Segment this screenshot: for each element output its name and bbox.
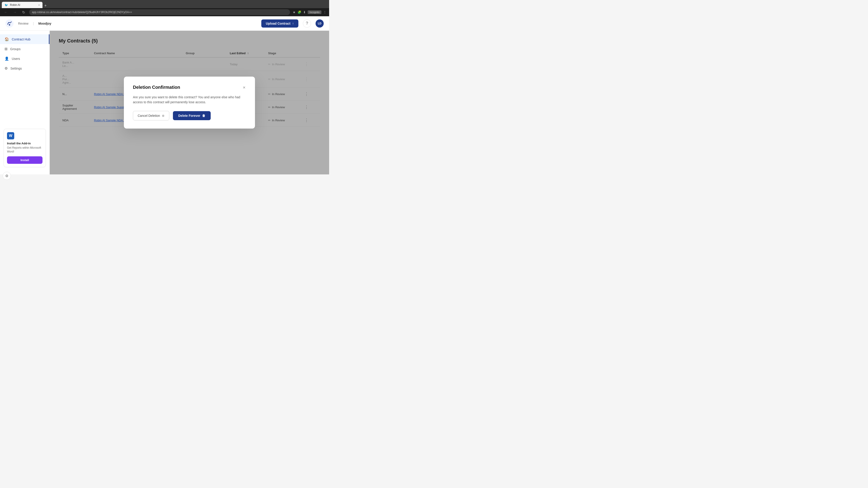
settings-widget-icon: ⚙ <box>5 174 8 178</box>
delete-forever-btn[interactable]: Delete Forever 🗑 <box>173 111 211 120</box>
cancel-deletion-label: Cancel Deletion <box>138 114 160 118</box>
sidebar-item-groups[interactable]: ⊞ Groups <box>0 44 50 54</box>
contract-hub-icon: 🏠 <box>4 37 9 41</box>
promo-title: Install the Add-in <box>7 142 42 145</box>
sidebar-item-contract-hub[interactable]: 🏠 Contract Hub <box>0 34 50 44</box>
word-logo: W <box>7 132 14 139</box>
bookmark-icon[interactable]: ★ <box>293 10 296 14</box>
main-content: My Contracts (5) Type Contract Name Grou… <box>50 31 329 174</box>
modal-body: Are you sure you want to delete this con… <box>133 95 246 105</box>
address-bar: ← → ↻ app.robinai.co.uk/review/contract-… <box>0 8 329 16</box>
avatar-initials: LD <box>318 22 321 25</box>
reload-btn[interactable]: ↻ <box>21 10 26 15</box>
active-tab[interactable]: 🐦 Robin AI × <box>2 2 42 8</box>
upload-label: Upload Contract <box>266 22 290 25</box>
users-icon: 👤 <box>4 57 9 61</box>
delete-forever-label: Delete Forever <box>178 114 200 118</box>
tab-close-btn[interactable]: × <box>38 4 40 6</box>
help-btn[interactable]: ? <box>303 20 311 28</box>
avatar-btn[interactable]: LD <box>315 20 324 28</box>
word-addin-promo: W Install the Add-in Get Reports within … <box>4 129 46 167</box>
modal-overlay[interactable]: Deletion Confirmation × Are you sure you… <box>50 31 329 174</box>
help-icon: ? <box>306 21 308 26</box>
incognito-badge: Incognito <box>308 10 321 14</box>
app-logo[interactable] <box>5 20 13 28</box>
upload-icon: ↑ <box>292 22 294 25</box>
install-addin-btn[interactable]: Install <box>7 156 42 164</box>
cancel-deletion-btn[interactable]: Cancel Deletion ⊗ <box>133 111 169 121</box>
modal-title: Deletion Confirmation <box>133 85 180 90</box>
sidebar-label-settings: Settings <box>10 67 22 70</box>
sidebar: 🏠 Contract Hub ⊞ Groups 👤 Users ⚙ Settin… <box>0 31 50 174</box>
svg-point-1 <box>9 24 10 26</box>
trash-icon: 🗑 <box>202 114 205 118</box>
deletion-confirmation-modal: Deletion Confirmation × Are you sure you… <box>124 76 255 129</box>
svg-point-0 <box>5 20 13 28</box>
modal-close-btn[interactable]: × <box>242 85 246 90</box>
modal-header: Deletion Confirmation × <box>133 85 246 90</box>
tab-bar: 🐦 Robin AI × + <box>0 0 329 8</box>
more-options-icon[interactable]: ⋮ <box>323 10 327 14</box>
cancel-x-icon: ⊗ <box>162 114 164 118</box>
promo-description: Get Reports within Microsoft Word! <box>7 146 42 154</box>
upload-contract-btn[interactable]: Upload Contract ↑ <box>261 20 298 28</box>
forward-btn[interactable]: → <box>12 10 18 15</box>
sidebar-label-contract-hub: Contract Hub <box>12 37 30 41</box>
groups-icon: ⊞ <box>4 47 7 51</box>
back-btn[interactable]: ← <box>3 10 9 15</box>
settings-widget-btn[interactable]: ⚙ <box>3 172 11 180</box>
new-tab-btn[interactable]: + <box>42 3 49 8</box>
sidebar-label-groups: Groups <box>10 47 21 51</box>
sidebar-label-users: Users <box>12 57 20 61</box>
address-actions: ★ 🧩 ⬇ Incognito ⋮ <box>293 10 327 14</box>
app-header: Review | Moodjoy Upload Contract ↑ ? LD <box>0 16 329 31</box>
settings-icon: ⚙ <box>4 66 8 70</box>
org-name: Moodjoy <box>38 22 52 25</box>
tab-favicon: 🐦 <box>4 3 8 7</box>
modal-actions: Cancel Deletion ⊗ Delete Forever 🗑 <box>133 111 246 121</box>
tab-title: Robin AI <box>10 3 20 6</box>
extension-icon[interactable]: 🧩 <box>298 10 301 14</box>
url-bar[interactable]: app.robinai.co.uk/review/contract-hub/de… <box>29 9 290 15</box>
sidebar-item-settings[interactable]: ⚙ Settings <box>0 64 50 73</box>
download-icon[interactable]: ⬇ <box>303 10 306 14</box>
url-text: app.robinai.co.uk/review/contract-hub/de… <box>32 11 132 14</box>
nav-review[interactable]: Review <box>18 22 29 25</box>
sidebar-item-users[interactable]: 👤 Users <box>0 54 50 64</box>
main-layout: 🏠 Contract Hub ⊞ Groups 👤 Users ⚙ Settin… <box>0 31 329 174</box>
